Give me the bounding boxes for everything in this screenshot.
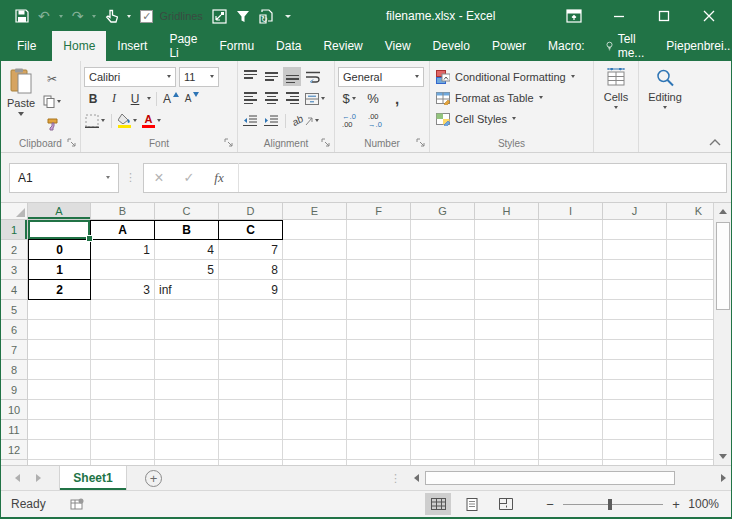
cell-styles-dropdown-icon[interactable] [512, 117, 516, 120]
tab-insert[interactable]: Insert [106, 31, 158, 61]
cell-H8[interactable] [475, 360, 539, 380]
align-left-button[interactable] [241, 89, 259, 108]
sheet-prev-icon[interactable] [15, 474, 20, 482]
cell-E8[interactable] [283, 360, 347, 380]
fill-color-button[interactable] [117, 111, 138, 130]
maximize-button[interactable] [641, 1, 686, 31]
cell-K12[interactable] [667, 440, 713, 460]
column-header-B[interactable]: B [91, 203, 155, 220]
copy-button[interactable] [42, 92, 62, 111]
cell-B10[interactable] [91, 400, 155, 420]
zoom-out-button[interactable]: − [541, 497, 559, 512]
fill-color-dropdown-icon[interactable] [133, 119, 137, 122]
cell-E4[interactable] [283, 280, 347, 300]
top-align-button[interactable] [241, 67, 259, 86]
cell-D4[interactable]: 9 [219, 280, 283, 300]
cell-J7[interactable] [603, 340, 667, 360]
font-name-select[interactable]: Calibri [84, 67, 176, 87]
cell-J3[interactable] [603, 260, 667, 280]
cell-I7[interactable] [539, 340, 603, 360]
cell-H2[interactable] [475, 240, 539, 260]
cell-C9[interactable] [155, 380, 219, 400]
cell-D9[interactable] [219, 380, 283, 400]
name-box-dropdown-icon[interactable] [106, 176, 110, 179]
tab-view[interactable]: View [374, 31, 422, 61]
cell-A3[interactable]: 1 [28, 260, 91, 280]
cell-F3[interactable] [347, 260, 411, 280]
cell-K4[interactable] [667, 280, 713, 300]
column-header-F[interactable]: F [347, 203, 411, 220]
number-format-select[interactable]: General [338, 67, 424, 87]
bold-button[interactable]: B [84, 89, 102, 108]
cell-B3[interactable] [91, 260, 155, 280]
cell-H7[interactable] [475, 340, 539, 360]
cell-J1[interactable] [603, 220, 667, 240]
cell-C1[interactable]: B [155, 220, 219, 240]
cell-E11[interactable] [283, 420, 347, 440]
cell-B8[interactable] [91, 360, 155, 380]
tab-data[interactable]: Data [265, 31, 312, 61]
cell-F8[interactable] [347, 360, 411, 380]
cell-F11[interactable] [347, 420, 411, 440]
cell-G8[interactable] [411, 360, 475, 380]
scroll-right-icon[interactable] [716, 470, 731, 487]
row-header-4[interactable]: 4 [1, 280, 28, 300]
cut-button[interactable]: ✂ [42, 69, 62, 88]
cell-K1[interactable] [667, 220, 713, 240]
tab-power[interactable]: Power [481, 31, 537, 61]
select-all-corner[interactable] [1, 203, 28, 220]
zoom-in-button[interactable]: + [667, 497, 685, 512]
percent-style-button[interactable]: % [364, 89, 382, 108]
cell-I9[interactable] [539, 380, 603, 400]
editing-button[interactable]: Editing [644, 66, 686, 109]
column-header-D[interactable]: D [219, 203, 283, 220]
cell-B2[interactable]: 1 [91, 240, 155, 260]
column-header-K[interactable]: K [667, 203, 713, 220]
cell-I11[interactable] [539, 420, 603, 440]
editing-dropdown-icon[interactable] [663, 106, 667, 109]
cell-A1[interactable] [28, 220, 91, 240]
orientation-dropdown-icon[interactable] [315, 119, 319, 122]
cell-E2[interactable] [283, 240, 347, 260]
row-header-9[interactable]: 9 [1, 380, 28, 400]
boxed-arrow-icon[interactable] [212, 7, 227, 25]
cell-B12[interactable] [91, 440, 155, 460]
cell-D3[interactable]: 8 [219, 260, 283, 280]
tab-formulas[interactable]: Formu [208, 31, 265, 61]
cell-I2[interactable] [539, 240, 603, 260]
cell-I3[interactable] [539, 260, 603, 280]
gridlines-checkbox[interactable]: ✓ [140, 10, 153, 23]
cell-F10[interactable] [347, 400, 411, 420]
cell-H12[interactable] [475, 440, 539, 460]
cell-C2[interactable]: 4 [155, 240, 219, 260]
cell-I5[interactable] [539, 300, 603, 320]
cell-F2[interactable] [347, 240, 411, 260]
comma-style-button[interactable]: , [388, 89, 406, 108]
cell-H5[interactable] [475, 300, 539, 320]
page-layout-view-button[interactable] [459, 493, 485, 515]
number-dialog-launcher-icon[interactable] [416, 138, 426, 148]
normal-view-button[interactable] [425, 493, 451, 515]
vertical-scroll-thumb[interactable] [716, 222, 730, 310]
cell-K8[interactable] [667, 360, 713, 380]
cell-F4[interactable] [347, 280, 411, 300]
ribbon-display-options-icon[interactable] [551, 1, 596, 31]
cell-C5[interactable] [155, 300, 219, 320]
refresh-all-icon[interactable]: ↻ [259, 7, 274, 25]
cell-J8[interactable] [603, 360, 667, 380]
cell-K9[interactable] [667, 380, 713, 400]
cell-G12[interactable] [411, 440, 475, 460]
cell-A12[interactable] [28, 440, 91, 460]
user-name[interactable]: Piepenbrei... [658, 31, 732, 61]
cell-I6[interactable] [539, 320, 603, 340]
merge-center-dropdown-icon[interactable] [321, 97, 325, 100]
bottom-align-button[interactable] [283, 67, 301, 86]
borders-button[interactable] [84, 111, 106, 130]
sheet-tab-sheet1[interactable]: Sheet1 [59, 466, 127, 490]
cell-K11[interactable] [667, 420, 713, 440]
cell-J9[interactable] [603, 380, 667, 400]
increase-decimal-button[interactable]: ←.0.00 [340, 111, 358, 130]
tabbar-grip[interactable]: ⋮ [390, 472, 409, 485]
cells-button[interactable]: Cells [595, 66, 637, 109]
cell-J11[interactable] [603, 420, 667, 440]
